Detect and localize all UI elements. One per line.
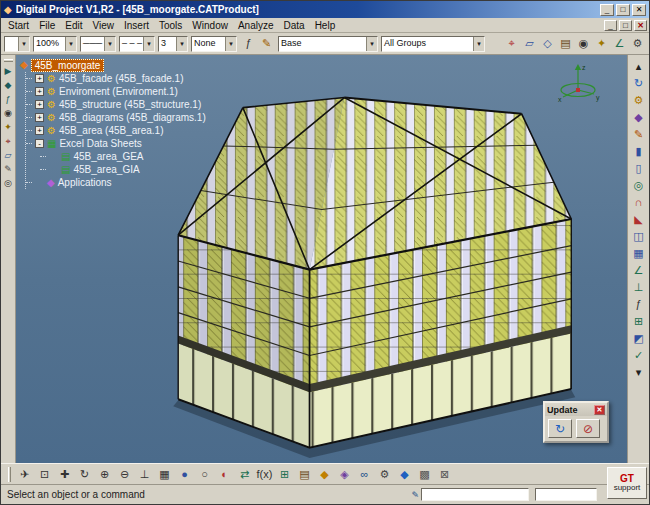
groups-combo[interactable]: All Groups ▾: [381, 36, 485, 52]
sketch-button[interactable]: ✎: [2, 163, 15, 176]
tree-item-label[interactable]: Excel Data Sheets: [59, 138, 141, 149]
chevron-down-icon[interactable]: ▾: [143, 37, 154, 51]
menu-help[interactable]: Help: [310, 20, 341, 31]
scroll-down-button[interactable]: ▾: [630, 364, 648, 380]
tree-item-45b-diagrams[interactable]: + ⚙ 45B_diagrams (45B_diagrams.1): [26, 111, 206, 124]
gt-support-panel[interactable]: GT support: [607, 467, 647, 499]
chevron-down-icon[interactable]: ▾: [104, 37, 115, 51]
tree-item-45b-area[interactable]: + ⚙ 45B_area (45B_area.1): [26, 124, 206, 137]
catalog-button[interactable]: ▤: [295, 465, 314, 483]
tree-item-45b-structure[interactable]: + ⚙ 45B_structure (45B_structure.1): [26, 98, 206, 111]
maximize-button[interactable]: □: [616, 4, 630, 16]
pan-button[interactable]: ✚: [55, 465, 74, 483]
tree-item-label[interactable]: Applications: [58, 177, 112, 188]
menu-start[interactable]: Start: [3, 20, 34, 31]
command-input[interactable]: [421, 488, 529, 501]
tree-item-label[interactable]: Enviroment (Enviroment.1): [59, 86, 178, 97]
formula-button[interactable]: ƒ: [630, 296, 648, 312]
power-input-field[interactable]: ✎: [411, 488, 529, 501]
tree-expander[interactable]: +: [35, 74, 44, 83]
multi-view-button[interactable]: ▦: [155, 465, 174, 483]
toolbar-grab-handle[interactable]: [8, 467, 11, 482]
titlebar[interactable]: ◆ Digital Project V1,R2 - [45B_moorgate.…: [1, 1, 649, 18]
publication-button[interactable]: ◈: [335, 465, 354, 483]
magnify-button[interactable]: ◎: [2, 177, 15, 190]
chevron-down-icon[interactable]: ▾: [473, 37, 484, 51]
tree-item-applications[interactable]: ◆ Applications: [26, 176, 206, 189]
chevron-down-icon[interactable]: ▾: [225, 37, 236, 51]
fit-all-button[interactable]: ⊡: [35, 465, 54, 483]
interrupt-update-button[interactable]: ⊘: [576, 419, 600, 438]
mirror-button[interactable]: ◫: [630, 228, 648, 244]
update-dialog[interactable]: Update ✕ ↻ ⊘: [543, 401, 609, 443]
tree-item-45b-moorgate[interactable]: ◆ 45B_moorgate: [20, 58, 206, 72]
line-type-combo[interactable]: – – – ▾: [119, 36, 155, 52]
tree-item-label[interactable]: 45B_area_GIA: [73, 164, 139, 175]
menu-view[interactable]: View: [87, 20, 119, 31]
menu-tools[interactable]: Tools: [154, 20, 187, 31]
power-copy-button[interactable]: ◆: [315, 465, 334, 483]
tree-item-label[interactable]: 45B_area_GEA: [73, 151, 143, 162]
dialog-field[interactable]: [535, 488, 597, 501]
render-style-combo[interactable]: None ▾: [191, 36, 237, 52]
plane-button[interactable]: ▱: [2, 149, 15, 162]
tree-item-label[interactable]: 45B_area (45B_area.1): [59, 125, 164, 136]
swap-space-button[interactable]: ⇄: [235, 465, 254, 483]
menu-insert[interactable]: Insert: [119, 20, 154, 31]
update-dialog-close-button[interactable]: ✕: [594, 405, 605, 415]
design-table-button[interactable]: ⊞: [630, 313, 648, 329]
tree-item-label[interactable]: 45B_structure (45B_structure.1): [59, 99, 201, 110]
knowledge-button[interactable]: ƒ: [2, 93, 15, 106]
wireframe-button[interactable]: ○: [195, 465, 214, 483]
doc-minimize-button[interactable]: _: [604, 20, 617, 31]
tree-expander[interactable]: +: [35, 87, 44, 96]
hole-button[interactable]: ◎: [630, 177, 648, 193]
constraint-button[interactable]: ⊥: [630, 279, 648, 295]
tree-item-label[interactable]: 45B_facade (45B_facade.1): [59, 73, 184, 84]
chamfer-button[interactable]: ◣: [630, 211, 648, 227]
tree-item-45b-facade[interactable]: + ⚙ 45B_facade (45B_facade.1): [26, 72, 206, 85]
tree-item-label[interactable]: 45B_diagrams (45B_diagrams.1): [59, 112, 206, 123]
doc-close-button[interactable]: ✕: [634, 20, 647, 31]
workbench-button[interactable]: ◆: [2, 79, 15, 92]
tree-expander[interactable]: +: [35, 100, 44, 109]
part-button[interactable]: ⚙: [375, 465, 394, 483]
doc-restore-button[interactable]: □: [619, 20, 632, 31]
menu-window[interactable]: Window: [187, 20, 233, 31]
menu-edit[interactable]: Edit: [60, 20, 87, 31]
scroll-up-button[interactable]: ▴: [630, 58, 648, 74]
update-button[interactable]: ↻: [630, 75, 648, 91]
measure-button[interactable]: ∠: [611, 35, 628, 52]
chevron-down-icon[interactable]: ▾: [366, 37, 377, 51]
camera-button[interactable]: ◉: [575, 35, 592, 52]
rotate-button[interactable]: ↻: [75, 465, 94, 483]
view-button[interactable]: ◉: [2, 107, 15, 120]
tree-expander[interactable]: +: [35, 126, 44, 135]
pattern-button[interactable]: ▦: [630, 245, 648, 261]
tree-item-45b-area-gea[interactable]: ▤ 45B_area_GEA: [40, 150, 206, 163]
viewport-3d[interactable]: ◆ 45B_moorgate + ⚙ 45B_facade (45B_facad…: [16, 55, 627, 463]
scale-button[interactable]: ⊠: [435, 465, 454, 483]
product-button[interactable]: ◆: [395, 465, 414, 483]
surface-button[interactable]: ◩: [630, 330, 648, 346]
tree-expander[interactable]: -: [35, 139, 44, 148]
light-button[interactable]: ✦: [2, 121, 15, 134]
shaded-button[interactable]: ●: [175, 465, 194, 483]
point-size-combo[interactable]: 3 ▾: [158, 36, 188, 52]
sketcher-button[interactable]: ✎: [630, 126, 648, 142]
knowledge-button[interactable]: ƒ: [240, 35, 257, 52]
update-all-button[interactable]: ↻: [548, 419, 572, 438]
fillet-button[interactable]: ∩: [630, 194, 648, 210]
update-dialog-titlebar[interactable]: Update ✕: [545, 403, 607, 416]
value-input[interactable]: [535, 488, 597, 501]
pocket-button[interactable]: ▯: [630, 160, 648, 176]
close-button[interactable]: ✕: [632, 4, 646, 16]
formula-button[interactable]: f(x): [255, 465, 274, 483]
zoom-combo[interactable]: 100% ▾: [33, 36, 77, 52]
measure-button[interactable]: ∠: [630, 262, 648, 278]
pad-button[interactable]: ▮: [630, 143, 648, 159]
axis-system-button[interactable]: ⌖: [503, 35, 520, 52]
part-button[interactable]: ⚙: [630, 92, 648, 108]
tree-item-45b-area-gia[interactable]: ▤ 45B_area_GIA: [40, 163, 206, 176]
link-button[interactable]: ∞: [355, 465, 374, 483]
